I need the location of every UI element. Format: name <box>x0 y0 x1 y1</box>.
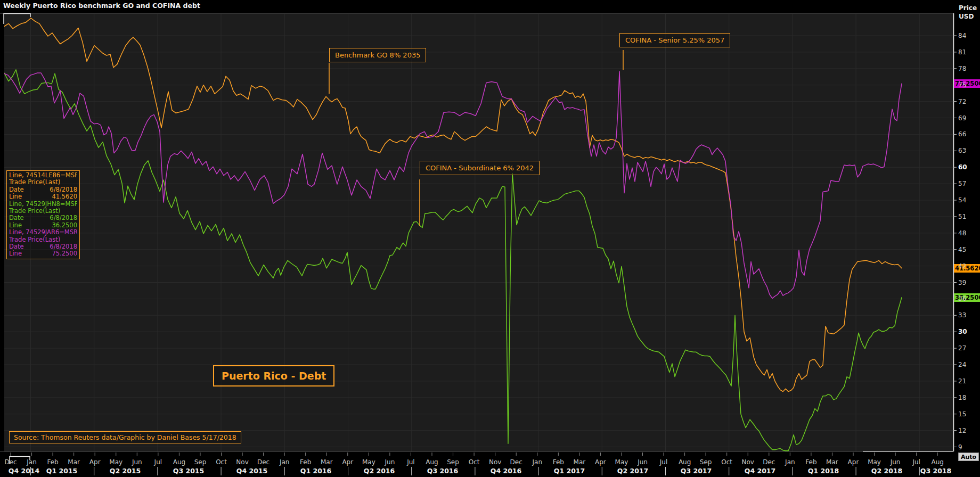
series-lines <box>4 18 902 451</box>
legend-value: 36.2500 <box>52 222 77 229</box>
y-tick-label: 63 <box>958 147 966 154</box>
month-label: Jun <box>385 458 395 466</box>
quarter-label: Q1 2016 <box>300 467 331 475</box>
y-tick-label: 24 <box>958 361 966 368</box>
legend-group-cofina-senior: Line, 74529JAR6=MSRB Trade Price(Last) D… <box>9 229 77 258</box>
legend-line-id: Line, 74529JAR6=MSRB <box>9 229 77 236</box>
month-label: Feb <box>47 458 58 466</box>
legend-line-id: Line, 74514LE86=MSRB <box>9 172 77 179</box>
legend-value: 41.5620 <box>52 193 77 200</box>
legend-value-label: Line <box>9 193 22 200</box>
quarter-label: Q4 2014 <box>9 467 39 475</box>
month-label: Feb <box>300 458 311 466</box>
y-tick-label: 33 <box>958 311 966 319</box>
annotation-pr-debt[interactable]: Puerto Rico - Debt <box>213 365 334 386</box>
month-label: May <box>109 458 123 466</box>
month-label: Jul <box>912 458 920 466</box>
month-label: Apr <box>595 458 606 466</box>
quarter-label: Q1 2018 <box>808 467 839 475</box>
month-label: Apr <box>89 458 101 466</box>
month-label: Dec <box>510 458 522 466</box>
y-tick-label: 69 <box>958 114 966 122</box>
chart-title: Weekly Puerto Rico benchmark GO and COFI… <box>3 2 200 10</box>
legend-date-value: 6/8/2018 <box>50 243 77 250</box>
month-label: Dec <box>763 458 775 466</box>
quarter-label: Q3 2015 <box>173 467 204 475</box>
series-line <box>4 70 902 451</box>
quarter-label: Q3 2017 <box>681 467 712 475</box>
quarter-label: Q3 2016 <box>427 467 458 475</box>
legend-group-go: Line, 74514LE86=MSRB Trade Price(Last) D… <box>9 172 77 201</box>
y-tick-label: 18 <box>958 394 966 401</box>
quarter-label: Q2 2017 <box>617 467 648 475</box>
month-label: Aug <box>931 458 943 466</box>
price-axis-unit: Price USD <box>959 4 977 21</box>
y-tick-label: 72 <box>958 98 966 105</box>
month-label: Sep <box>194 458 207 466</box>
month-label: Feb <box>553 458 564 466</box>
legend-field: Trade Price(Last) <box>9 236 77 243</box>
quarter-label: Q4 2015 <box>236 467 267 475</box>
y-tick-label: 39 <box>958 279 966 286</box>
quarter-label: Q4 2016 <box>491 467 521 475</box>
month-label: Jun <box>638 458 648 466</box>
legend-box[interactable]: Line, 74514LE86=MSRB Trade Price(Last) D… <box>6 170 80 259</box>
y-tick-label: 12 <box>958 427 966 434</box>
y-tick-label: 75 <box>958 81 966 89</box>
month-label: Aug <box>173 458 185 466</box>
y-tick-label: 78 <box>958 65 966 72</box>
auto-scale-button[interactable]: Auto <box>958 453 979 461</box>
y-tick-label: 42 <box>958 262 966 270</box>
legend-date-label: Date <box>9 215 24 221</box>
annotation-cofina-sub[interactable]: COFINA - Subordinate 6% 2042 <box>420 161 540 175</box>
legend-group-cofina-sub: Line, 74529JHN8=MSRB Trade Price(Last) D… <box>9 201 77 229</box>
month-label: Aug <box>679 458 691 466</box>
month-label: Jun <box>132 458 142 466</box>
quarter-label: Q1 2017 <box>554 467 585 475</box>
month-label: Jul <box>154 458 162 466</box>
month-label: Jan <box>785 458 795 466</box>
month-label: Jun <box>891 458 901 466</box>
month-label: Jan <box>533 458 543 466</box>
annotation-cofina-senior[interactable]: COFINA - Senior 5.25% 2057 <box>619 33 730 47</box>
annotation-benchmark-go[interactable]: Benchmark GO 8% 2035 <box>329 48 426 62</box>
quarter-label: Q1 2015 <box>46 467 77 475</box>
month-label: May <box>868 458 881 466</box>
legend-value-label: Line <box>9 222 22 229</box>
source-note: Source: Thomson Reuters data/Graphic by … <box>9 431 241 443</box>
y-tick-label: 48 <box>958 229 966 237</box>
series-line <box>4 18 902 392</box>
month-label: Oct <box>721 458 732 466</box>
month-label: Sep <box>447 458 459 466</box>
legend-date-label: Date <box>9 243 24 250</box>
y-tick-label: 54 <box>958 196 966 204</box>
y-tick-label: 51 <box>958 213 966 220</box>
frame-corner-top-left <box>4 14 30 24</box>
y-tick-label: 21 <box>958 377 966 385</box>
y-tick-label: 57 <box>958 180 966 187</box>
quarter-label: Q2 2016 <box>364 467 395 475</box>
y-tick-label: 60 <box>958 163 967 171</box>
y-tick-label: 9 <box>958 443 962 451</box>
month-label: Nov <box>236 458 248 466</box>
y-tick-label: 15 <box>958 410 966 418</box>
month-label: Mar <box>321 458 333 466</box>
legend-line-id: Line, 74529JHN8=MSRB <box>9 201 77 208</box>
month-label: Apr <box>342 458 353 466</box>
y-tick-label: 84 <box>958 32 966 39</box>
quarter-label: Q4 2017 <box>745 467 775 475</box>
legend-field: Trade Price(Last) <box>9 179 77 186</box>
legend-field: Trade Price(Last) <box>9 208 77 215</box>
price-chart <box>0 0 980 477</box>
month-label: Nov <box>742 458 754 466</box>
y-tick-label: 81 <box>958 48 966 56</box>
month-label: Dec <box>4 458 17 466</box>
legend-date-value: 6/8/2018 <box>50 186 77 193</box>
price-axis-unit-line2: USD <box>959 12 977 21</box>
month-label: Jul <box>407 458 414 466</box>
y-tick-label: 36 <box>958 295 966 302</box>
month-label: May <box>362 458 375 466</box>
month-label: Jan <box>280 458 290 466</box>
month-label: May <box>615 458 628 466</box>
legend-date-label: Date <box>9 186 24 193</box>
